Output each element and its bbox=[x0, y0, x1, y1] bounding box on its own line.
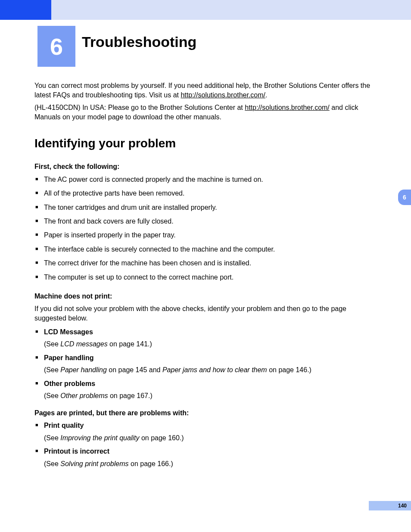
side-chapter-tab[interactable]: 6 bbox=[398, 190, 411, 205]
list-item: LCD Messages bbox=[34, 327, 379, 337]
list-item: The AC power cord is connected properly … bbox=[34, 175, 379, 184]
not-print-intro: If you did not solve your problem with t… bbox=[34, 304, 379, 323]
intro-paragraph-1: You can correct most problems by yoursel… bbox=[34, 81, 379, 100]
list-item: All of the protective parts have been re… bbox=[34, 189, 379, 198]
list-item: Print quality bbox=[34, 421, 379, 430]
not-print-label: Machine does not print: bbox=[34, 292, 379, 301]
ref-text: (See Other problems on page 167.) bbox=[34, 391, 379, 401]
chapter-number-box: 6 bbox=[37, 26, 75, 67]
chapter-number: 6 bbox=[50, 33, 63, 60]
list-item: Printout is incorrect bbox=[34, 447, 379, 456]
list-item: Paper is inserted properly in the paper … bbox=[34, 230, 379, 240]
list-item: The computer is set up to connect to the… bbox=[34, 273, 379, 282]
header-banner bbox=[51, 0, 411, 20]
first-check-label: First, check the following: bbox=[34, 162, 379, 171]
page-number-box: 140 bbox=[369, 501, 411, 510]
solutions-link-2[interactable]: http://solutions.brother.com/ bbox=[245, 104, 330, 111]
chapter-title: Troubleshooting bbox=[82, 34, 196, 50]
section-heading: Identifying your problem bbox=[34, 135, 379, 152]
list-item: The front and back covers are fully clos… bbox=[34, 217, 379, 226]
list-item: Other problems bbox=[34, 379, 379, 389]
refs-list-2: Print quality (See Improving the print q… bbox=[34, 421, 379, 468]
list-item: Paper handling bbox=[34, 353, 379, 363]
page-content: You can correct most problems by yoursel… bbox=[34, 81, 379, 473]
intro-paragraph-2: (HL-4150CDN) In USA: Please go to the Br… bbox=[34, 103, 379, 121]
ref-text: (See Solving print problems on page 166.… bbox=[34, 459, 379, 469]
list-item: The toner cartridges and drum unit are i… bbox=[34, 203, 379, 212]
printed-but-label: Pages are printed, but there are problem… bbox=[34, 408, 379, 418]
solutions-link-1[interactable]: http://solutions.brother.com/ bbox=[181, 91, 265, 99]
check-list: The AC power cord is connected properly … bbox=[34, 175, 379, 282]
header-blue-block bbox=[0, 0, 51, 20]
ref-text: (See Paper handling on page 145 and Pape… bbox=[34, 365, 379, 375]
page-number: 140 bbox=[398, 503, 407, 509]
ref-text: (See Improving the print quality on page… bbox=[34, 433, 379, 443]
list-item: The interface cable is securely connecte… bbox=[34, 245, 379, 254]
list-item: The correct driver for the machine has b… bbox=[34, 258, 379, 268]
refs-list-1: LCD Messages (See LCD messages on page 1… bbox=[34, 327, 379, 401]
ref-text: (See LCD messages on page 141.) bbox=[34, 339, 379, 349]
